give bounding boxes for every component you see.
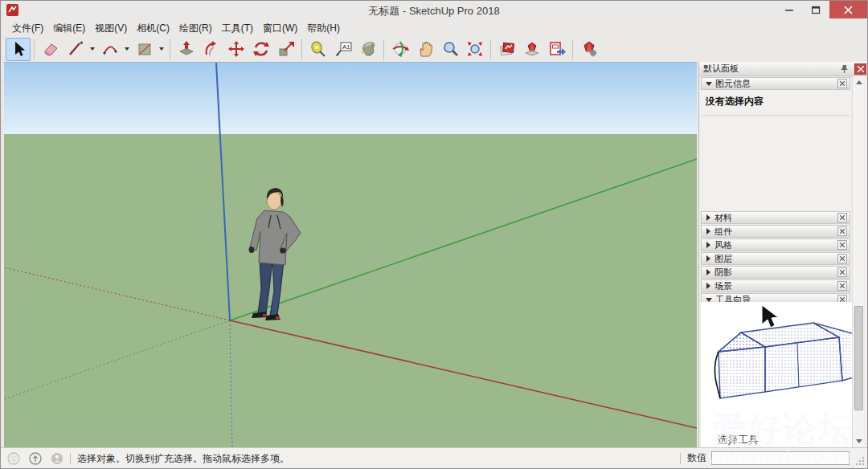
close-button[interactable] <box>829 1 867 18</box>
title-bar: 无标题 - SketchUp Pro 2018 <box>1 1 867 20</box>
section-label: 组件 <box>714 226 837 238</box>
tray-scrollbar[interactable] <box>852 76 864 447</box>
section-entity-info[interactable]: 图元信息 <box>701 77 850 90</box>
share-model-button[interactable] <box>519 38 544 61</box>
push-pull-icon <box>178 40 195 58</box>
section-shadows[interactable]: 阴影 <box>701 266 850 279</box>
getting-started-toolbar: A1 <box>1 36 867 62</box>
chevron-right-icon <box>706 214 710 221</box>
toolbar-separator <box>301 39 302 59</box>
menu-camera[interactable]: 相机(C) <box>132 20 174 37</box>
maximize-button[interactable] <box>803 1 829 18</box>
section-close-button[interactable] <box>837 240 847 250</box>
model-viewport[interactable] <box>4 62 697 447</box>
select-tool-button[interactable] <box>6 38 31 61</box>
rectangle-tool-button[interactable] <box>132 38 157 61</box>
section-close-button[interactable] <box>837 281 847 291</box>
menu-view[interactable]: 视图(V) <box>90 20 132 37</box>
offset-icon <box>203 40 220 58</box>
line-tool-button[interactable] <box>63 38 88 61</box>
resize-grip[interactable] <box>856 456 865 465</box>
pan-icon <box>416 40 434 58</box>
tray-title: 默认面板 <box>703 63 739 75</box>
section-styles[interactable]: 风格 <box>701 239 850 251</box>
eraser-tool-button[interactable] <box>38 38 63 61</box>
window-title: 无标题 - SketchUp Pro 2018 <box>1 4 867 18</box>
chevron-down-icon <box>159 47 164 51</box>
extension-warehouse-button[interactable] <box>576 38 601 61</box>
section-label: 场景 <box>714 280 837 292</box>
section-materials[interactable]: 材料 <box>701 211 850 224</box>
zoom-extents-icon <box>466 40 484 58</box>
arc-tool-button[interactable] <box>97 38 122 61</box>
tray-title-bar[interactable]: 默认面板 <box>699 62 868 76</box>
menu-file[interactable]: 文件(F) <box>7 20 48 37</box>
menu-edit[interactable]: 编辑(E) <box>48 20 90 37</box>
section-layers[interactable]: 图层 <box>701 252 850 265</box>
extension-warehouse-icon <box>580 40 598 58</box>
chevron-right-icon <box>706 269 710 275</box>
rectangle-dropdown[interactable] <box>157 38 166 61</box>
menu-window[interactable]: 窗口(W) <box>258 20 302 37</box>
measurements-input[interactable] <box>711 451 850 465</box>
share-model-icon <box>523 40 541 58</box>
sign-in-icon[interactable] <box>51 452 63 465</box>
section-close-button[interactable] <box>837 79 847 88</box>
section-components[interactable]: 组件 <box>701 225 850 238</box>
status-message: 选择对象。切换到扩充选择。拖动鼠标选择多项。 <box>77 452 289 466</box>
tray-close-button[interactable] <box>854 63 866 75</box>
statusbar-separator <box>680 453 681 464</box>
send-to-layout-button[interactable] <box>544 38 569 61</box>
section-label: 阴影 <box>714 267 837 279</box>
scale-tool-button[interactable] <box>273 38 298 61</box>
minimize-button[interactable] <box>776 1 803 18</box>
close-icon <box>840 283 845 288</box>
section-close-button[interactable] <box>837 267 847 277</box>
section-scenes[interactable]: 场景 <box>701 279 850 292</box>
arc-dropdown[interactable] <box>122 38 132 61</box>
scroll-up-button[interactable] <box>854 77 864 88</box>
send-to-layout-icon <box>548 40 566 58</box>
section-close-button[interactable] <box>837 213 847 222</box>
section-label: 图层 <box>714 253 837 265</box>
chevron-right-icon <box>706 255 710 262</box>
get-models-icon <box>498 40 516 58</box>
measurements-box: 数值 <box>678 451 850 465</box>
tape-measure-icon <box>309 40 327 58</box>
menu-bar: 文件(F) 编辑(E) 视图(V) 相机(C) 绘图(R) 工具(T) 窗口(W… <box>1 21 867 36</box>
claim-credit-icon[interactable] <box>29 452 42 465</box>
rotate-tool-button[interactable] <box>248 38 273 61</box>
section-label: 图元信息 <box>715 78 837 90</box>
rotate-icon <box>252 40 270 58</box>
section-close-button[interactable] <box>837 254 847 263</box>
scroll-down-button[interactable] <box>854 436 864 447</box>
offset-tool-button[interactable] <box>199 38 223 61</box>
close-icon <box>840 256 845 261</box>
paint-bucket-tool-button[interactable] <box>355 38 380 61</box>
zoom-tool-button[interactable] <box>437 38 462 61</box>
instructor-illustration <box>701 302 852 422</box>
tape-measure-tool-button[interactable] <box>305 38 330 61</box>
menu-tools[interactable]: 工具(T) <box>217 20 258 37</box>
zoom-extents-tool-button[interactable] <box>462 38 487 61</box>
statusbar-separator <box>70 453 71 464</box>
geolocation-icon[interactable] <box>7 452 20 465</box>
pan-tool-button[interactable] <box>412 38 437 61</box>
sketchup-window: 无标题 - SketchUp Pro 2018 文件(F) 编辑(E) 视图(V… <box>0 0 868 469</box>
pin-icon[interactable] <box>840 64 849 75</box>
section-close-button[interactable] <box>837 226 847 236</box>
push-pull-tool-button[interactable] <box>174 38 199 61</box>
move-tool-button[interactable] <box>223 38 248 61</box>
line-dropdown[interactable] <box>88 38 97 61</box>
scrollbar-thumb[interactable] <box>854 306 863 410</box>
get-models-button[interactable] <box>494 38 519 61</box>
scale-icon <box>277 40 295 58</box>
menu-draw[interactable]: 绘图(R) <box>174 20 217 37</box>
section-label: 材料 <box>714 212 837 224</box>
toolbar-separator <box>383 39 384 59</box>
line-icon <box>67 40 84 58</box>
orbit-tool-button[interactable] <box>387 38 412 61</box>
text-tool-button[interactable]: A1 <box>330 38 355 61</box>
menu-help[interactable]: 帮助(H) <box>302 20 345 37</box>
chevron-down-icon <box>90 47 95 51</box>
